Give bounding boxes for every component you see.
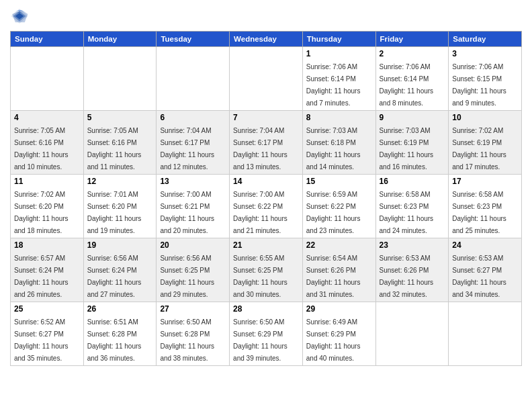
day-info: Sunrise: 6:56 AMSunset: 6:25 PMDaylight:…	[160, 255, 214, 298]
day-info: Sunrise: 6:59 AMSunset: 6:22 PMDaylight:…	[306, 191, 361, 234]
day-info: Sunrise: 6:50 AMSunset: 6:28 PMDaylight:…	[160, 318, 214, 362]
day-number: 22	[306, 240, 372, 250]
calendar-cell: 20Sunrise: 6:56 AMSunset: 6:25 PMDayligh…	[157, 238, 230, 302]
day-info: Sunrise: 6:54 AMSunset: 6:26 PMDaylight:…	[306, 255, 361, 298]
calendar-cell: 1Sunrise: 7:06 AMSunset: 6:14 PMDaylight…	[302, 47, 375, 111]
day-info: Sunrise: 7:02 AMSunset: 6:20 PMDaylight:…	[14, 191, 69, 234]
day-info: Sunrise: 7:03 AMSunset: 6:18 PMDaylight:…	[306, 127, 361, 171]
weekday-thursday: Thursday	[302, 32, 375, 47]
day-number: 29	[306, 304, 372, 314]
weekday-wednesday: Wednesday	[230, 32, 303, 47]
logo	[10, 7, 32, 26]
day-number: 12	[87, 177, 153, 186]
day-number: 18	[14, 240, 80, 250]
calendar-cell: 29Sunrise: 6:49 AMSunset: 6:29 PMDayligh…	[302, 302, 375, 366]
calendar-cell	[230, 47, 303, 111]
calendar-row-3: 18Sunrise: 6:57 AMSunset: 6:24 PMDayligh…	[11, 238, 522, 302]
day-info: Sunrise: 7:00 AMSunset: 6:21 PMDaylight:…	[160, 191, 214, 234]
calendar-cell: 24Sunrise: 6:53 AMSunset: 6:27 PMDayligh…	[449, 238, 522, 302]
day-number: 1	[306, 49, 372, 58]
calendar-cell: 23Sunrise: 6:53 AMSunset: 6:26 PMDayligh…	[375, 238, 449, 302]
day-info: Sunrise: 7:01 AMSunset: 6:20 PMDaylight:…	[87, 191, 142, 234]
calendar-row-0: 1Sunrise: 7:06 AMSunset: 6:14 PMDaylight…	[11, 47, 522, 111]
calendar-cell: 28Sunrise: 6:50 AMSunset: 6:29 PMDayligh…	[230, 302, 303, 366]
calendar-cell: 18Sunrise: 6:57 AMSunset: 6:24 PMDayligh…	[11, 238, 84, 302]
calendar-cell: 11Sunrise: 7:02 AMSunset: 6:20 PMDayligh…	[11, 175, 84, 238]
day-number: 19	[87, 240, 153, 250]
day-number: 11	[14, 177, 80, 186]
weekday-sunday: Sunday	[11, 32, 84, 47]
day-number: 21	[233, 240, 299, 250]
day-info: Sunrise: 6:55 AMSunset: 6:25 PMDaylight:…	[233, 255, 287, 298]
calendar-cell: 9Sunrise: 7:03 AMSunset: 6:19 PMDaylight…	[375, 111, 449, 175]
calendar-cell	[83, 47, 157, 111]
day-info: Sunrise: 6:52 AMSunset: 6:27 PMDaylight:…	[14, 318, 69, 362]
calendar-cell: 7Sunrise: 7:04 AMSunset: 6:17 PMDaylight…	[230, 111, 303, 175]
calendar-cell	[375, 302, 449, 366]
day-number: 8	[306, 113, 372, 122]
day-number: 28	[233, 304, 299, 314]
day-info: Sunrise: 7:06 AMSunset: 6:14 PMDaylight:…	[380, 63, 434, 107]
weekday-saturday: Saturday	[449, 32, 522, 47]
day-info: Sunrise: 7:06 AMSunset: 6:15 PMDaylight:…	[452, 63, 506, 107]
day-number: 13	[160, 177, 226, 186]
day-number: 26	[87, 304, 153, 314]
calendar-cell: 17Sunrise: 6:58 AMSunset: 6:23 PMDayligh…	[449, 175, 522, 238]
weekday-header-row: SundayMondayTuesdayWednesdayThursdayFrid…	[11, 32, 522, 47]
calendar-cell: 27Sunrise: 6:50 AMSunset: 6:28 PMDayligh…	[157, 302, 230, 366]
calendar-cell: 10Sunrise: 7:02 AMSunset: 6:19 PMDayligh…	[449, 111, 522, 175]
calendar-cell: 14Sunrise: 7:00 AMSunset: 6:22 PMDayligh…	[230, 175, 303, 238]
weekday-friday: Friday	[375, 32, 449, 47]
calendar-cell: 16Sunrise: 6:58 AMSunset: 6:23 PMDayligh…	[375, 175, 449, 238]
day-info: Sunrise: 6:57 AMSunset: 6:24 PMDaylight:…	[14, 255, 69, 298]
calendar-cell: 12Sunrise: 7:01 AMSunset: 6:20 PMDayligh…	[83, 175, 157, 238]
calendar-cell: 6Sunrise: 7:04 AMSunset: 6:17 PMDaylight…	[157, 111, 230, 175]
day-info: Sunrise: 6:58 AMSunset: 6:23 PMDaylight:…	[380, 191, 434, 234]
day-info: Sunrise: 6:58 AMSunset: 6:23 PMDaylight:…	[452, 191, 506, 234]
day-info: Sunrise: 6:53 AMSunset: 6:26 PMDaylight:…	[380, 255, 434, 298]
day-info: Sunrise: 6:49 AMSunset: 6:29 PMDaylight:…	[306, 318, 361, 362]
day-info: Sunrise: 6:51 AMSunset: 6:28 PMDaylight:…	[87, 318, 142, 362]
day-info: Sunrise: 7:00 AMSunset: 6:22 PMDaylight:…	[233, 191, 287, 234]
day-info: Sunrise: 6:53 AMSunset: 6:27 PMDaylight:…	[452, 255, 506, 298]
calendar-row-1: 4Sunrise: 7:05 AMSunset: 6:16 PMDaylight…	[11, 111, 522, 175]
day-info: Sunrise: 7:06 AMSunset: 6:14 PMDaylight:…	[306, 63, 361, 107]
day-number: 20	[160, 240, 226, 250]
calendar-cell: 21Sunrise: 6:55 AMSunset: 6:25 PMDayligh…	[230, 238, 303, 302]
calendar-cell	[449, 302, 522, 366]
day-number: 10	[452, 113, 518, 122]
calendar-cell: 22Sunrise: 6:54 AMSunset: 6:26 PMDayligh…	[302, 238, 375, 302]
calendar-cell: 13Sunrise: 7:00 AMSunset: 6:21 PMDayligh…	[157, 175, 230, 238]
day-info: Sunrise: 6:56 AMSunset: 6:24 PMDaylight:…	[87, 255, 142, 298]
calendar-cell	[11, 47, 84, 111]
day-number: 14	[233, 177, 299, 186]
day-number: 27	[160, 304, 226, 314]
logo-icon	[10, 7, 29, 26]
calendar-cell: 4Sunrise: 7:05 AMSunset: 6:16 PMDaylight…	[11, 111, 84, 175]
day-info: Sunrise: 7:05 AMSunset: 6:16 PMDaylight:…	[14, 127, 69, 171]
day-number: 6	[160, 113, 226, 122]
day-number: 23	[380, 240, 445, 250]
calendar-cell: 19Sunrise: 6:56 AMSunset: 6:24 PMDayligh…	[83, 238, 157, 302]
day-number: 24	[452, 240, 518, 250]
day-info: Sunrise: 7:02 AMSunset: 6:19 PMDaylight:…	[452, 127, 506, 171]
day-number: 2	[380, 49, 445, 58]
day-info: Sunrise: 7:04 AMSunset: 6:17 PMDaylight:…	[233, 127, 287, 171]
day-number: 15	[306, 177, 372, 186]
calendar-cell	[157, 47, 230, 111]
day-number: 3	[452, 49, 518, 58]
day-number: 25	[14, 304, 80, 314]
calendar-cell: 26Sunrise: 6:51 AMSunset: 6:28 PMDayligh…	[83, 302, 157, 366]
weekday-tuesday: Tuesday	[157, 32, 230, 47]
calendar-row-4: 25Sunrise: 6:52 AMSunset: 6:27 PMDayligh…	[11, 302, 522, 366]
day-info: Sunrise: 7:05 AMSunset: 6:16 PMDaylight:…	[87, 127, 142, 171]
calendar-cell: 8Sunrise: 7:03 AMSunset: 6:18 PMDaylight…	[302, 111, 375, 175]
calendar-row-2: 11Sunrise: 7:02 AMSunset: 6:20 PMDayligh…	[11, 175, 522, 238]
day-number: 9	[380, 113, 445, 122]
day-info: Sunrise: 7:03 AMSunset: 6:19 PMDaylight:…	[380, 127, 434, 171]
day-info: Sunrise: 7:04 AMSunset: 6:17 PMDaylight:…	[160, 127, 214, 171]
calendar-table: SundayMondayTuesdayWednesdayThursdayFrid…	[10, 31, 522, 366]
header	[10, 7, 522, 26]
weekday-monday: Monday	[83, 32, 157, 47]
day-number: 4	[14, 113, 80, 122]
